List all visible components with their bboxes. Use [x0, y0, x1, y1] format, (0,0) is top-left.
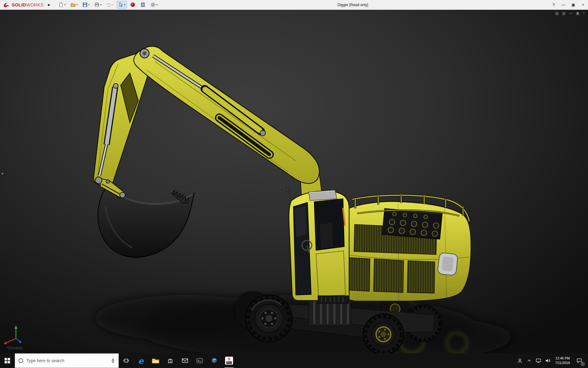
doc-restore-button[interactable]: ▣ [576, 11, 579, 15]
dropdown-caret[interactable]: ▾ [88, 3, 89, 6]
print-button[interactable]: ▾ [93, 1, 103, 9]
front-lower-grille [318, 296, 349, 304]
help-button[interactable]: ? [549, 1, 559, 8]
document-window-controls: ▤ ▥ — ▣ × [555, 11, 585, 15]
chevron-up-icon [527, 358, 531, 363]
microphone-icon[interactable] [111, 358, 115, 363]
appearance-sphere-icon [130, 2, 135, 7]
open-button[interactable]: ▾ [69, 1, 79, 9]
action-center-button[interactable]: 2 [573, 353, 585, 368]
notification-badge: 2 [581, 362, 585, 366]
system-tray: 12:45 PM 7/11/2018 2 [515, 353, 588, 368]
solidworks-year-badge: 2017 [226, 361, 232, 364]
file-explorer-button[interactable] [148, 353, 163, 368]
taskbar-search[interactable] [15, 353, 119, 368]
wordmark-solid: SOLID [12, 2, 26, 7]
network-icon [536, 358, 541, 363]
select-tool-button[interactable]: ▾ [117, 1, 127, 9]
dropdown-caret[interactable]: ▾ [124, 3, 125, 6]
speaker-icon [545, 358, 550, 363]
solidworks-glyph: S [228, 357, 230, 361]
properties-book-icon [140, 2, 145, 7]
cortana-circle-icon [18, 358, 24, 363]
start-button[interactable] [0, 353, 15, 368]
toolbar-flyout-arrow[interactable]: ▶ [46, 3, 53, 6]
solidworks-wordmark: SOLIDWORKS [12, 2, 44, 7]
doc-window-icon-2[interactable]: ▥ [562, 11, 565, 15]
boom-cylinder [153, 56, 266, 136]
network-button[interactable] [534, 353, 543, 368]
cab [286, 188, 349, 301]
gear-icon [150, 2, 156, 7]
minimize-button[interactable]: — [559, 1, 568, 8]
volume-button[interactable] [543, 353, 552, 368]
front-left-wheel [246, 295, 292, 342]
folder-icon [152, 358, 159, 364]
standard-toolbar: ▾ ▾ ▾ ▾ [57, 1, 159, 9]
edge-button[interactable]: e [134, 353, 148, 368]
orientation-triad [4, 325, 22, 344]
dropdown-caret[interactable]: ▾ [76, 3, 77, 6]
engine-block [382, 209, 442, 239]
doc-close-button[interactable]: × [583, 11, 585, 15]
doc-minimize-button[interactable]: — [569, 11, 573, 15]
dropdown-caret[interactable]: ▾ [156, 3, 157, 6]
close-button[interactable]: × [578, 1, 588, 8]
solidworks-app-button[interactable]: S 2017 [222, 353, 236, 368]
service-cover [437, 252, 458, 276]
doc-window-icon-1[interactable]: ▤ [555, 11, 559, 15]
front-right-wheel [363, 314, 404, 353]
console-window-icon [196, 358, 203, 364]
windows-logo-icon [5, 358, 10, 363]
console-button[interactable] [192, 353, 207, 368]
apex-pivot [140, 49, 149, 58]
dropdown-caret[interactable]: ▾ [64, 3, 66, 6]
dropdown-caret[interactable]: ▾ [100, 3, 101, 6]
window-controls: ? — ▣ × [549, 1, 588, 8]
undo-icon [106, 2, 111, 7]
feature-tree-collapse-arrow[interactable]: ◄ [1, 172, 4, 175]
new-document-icon [58, 2, 64, 7]
excavator-model[interactable] [4, 46, 511, 353]
taskbar-clock[interactable]: 12:45 PM 7/11/2018 [552, 356, 573, 365]
cad-viewer-button[interactable] [207, 353, 222, 368]
appearances-button[interactable] [129, 1, 137, 9]
clock-date: 7/11/2018 [555, 361, 570, 365]
model-canvas[interactable] [0, 10, 588, 353]
cab-seat [320, 223, 333, 249]
hidden-icons-button[interactable] [525, 353, 534, 368]
boom-arm [134, 46, 319, 183]
solidworks-icon: S 2017 [225, 357, 233, 365]
bucket [98, 186, 194, 257]
store-button[interactable] [163, 353, 178, 368]
undo-button[interactable]: ▾ [105, 1, 115, 9]
save-icon [82, 2, 88, 7]
task-view-button[interactable] [119, 353, 134, 368]
print-icon [94, 2, 100, 7]
edge-icon: e [138, 357, 143, 365]
document-properties-button[interactable] [139, 1, 147, 9]
restore-button[interactable]: ▣ [568, 1, 578, 8]
titlebar: SOLIDWORKS ▶ ▾ ▾ ▾ [0, 0, 588, 10]
wordmark-works: WORKS [26, 2, 44, 7]
people-button[interactable] [515, 353, 525, 368]
new-document-button[interactable]: ▾ [57, 1, 67, 9]
select-cursor-icon [118, 2, 123, 7]
ds-logo-icon [3, 2, 10, 8]
save-button[interactable]: ▾ [81, 1, 91, 9]
graphics-area[interactable]: ▤ ▥ — ▣ × ◄ *Dimetric [0, 10, 588, 353]
search-input[interactable] [26, 358, 108, 363]
task-view-icon [123, 358, 129, 364]
clock-time: 12:45 PM [555, 356, 570, 361]
options-button[interactable]: ▾ [149, 1, 159, 9]
store-bag-icon [167, 358, 173, 364]
side-grille-2 [374, 259, 404, 293]
view-orientation-label: *Dimetric [7, 346, 23, 350]
windows-taskbar: e [0, 353, 588, 368]
mail-button[interactable] [178, 353, 192, 368]
open-folder-icon [70, 2, 76, 7]
document-title: Digger [Read-only] [337, 3, 368, 7]
people-icon [517, 358, 522, 363]
cube-icon [211, 357, 218, 364]
dropdown-caret[interactable]: ▾ [112, 3, 113, 6]
